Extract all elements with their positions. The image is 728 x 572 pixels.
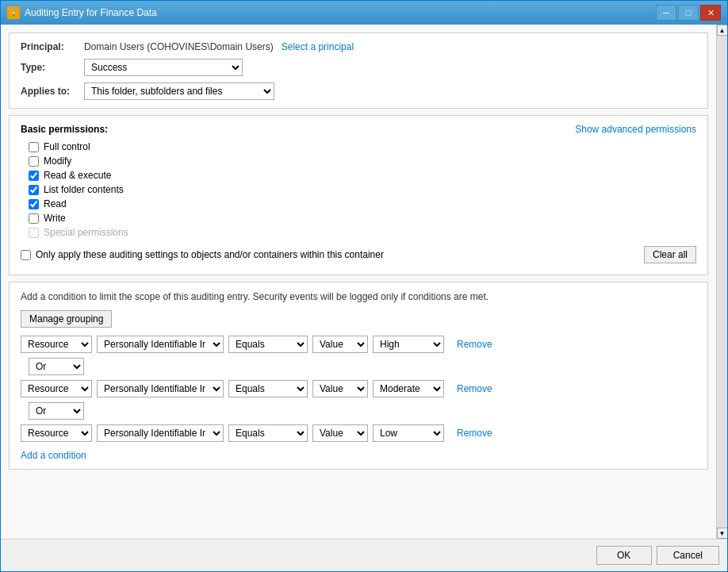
condition-3-equals-select[interactable]: Equals Not Equals (228, 424, 308, 442)
condition-1-resource-select[interactable]: Resource User Computer (21, 336, 92, 353)
applies-to-select[interactable]: This folder, subfolders and files This f… (84, 83, 274, 100)
permissions-header: Basic permissions: Show advanced permiss… (21, 124, 696, 135)
perm-full-control-checkbox[interactable] (29, 142, 39, 152)
condition-row-3: Resource User Personally Identifiable Ir… (21, 424, 696, 442)
scroll-down-arrow[interactable]: ▼ (717, 528, 728, 539)
or-connector-2-select[interactable]: Or And (29, 402, 84, 420)
principal-value: Domain Users (COHOVINES\Domain Users) (84, 41, 274, 52)
principal-row: Principal: Domain Users (COHOVINES\Domai… (21, 41, 696, 52)
perm-read-execute-label: Read & execute (44, 170, 111, 181)
condition-2-equals-select[interactable]: Equals Not Equals (228, 380, 308, 397)
ok-button[interactable]: OK (596, 546, 652, 565)
type-label: Type: (21, 62, 84, 73)
perm-full-control-label: Full control (44, 141, 90, 152)
or-connector-2: Or And (29, 402, 696, 420)
condition-row-2: Resource User Personally Identifiable Ir… (21, 380, 696, 397)
condition-1-value-select[interactable]: Value (312, 336, 368, 353)
condition-2-pii-select[interactable]: Personally Identifiable Ir Other (97, 380, 224, 397)
perm-special-checkbox (29, 228, 39, 238)
perm-modify-checkbox[interactable] (29, 156, 39, 167)
conditions-section: Add a condition to limit the scope of th… (9, 282, 708, 470)
minimize-button[interactable]: ─ (656, 5, 676, 21)
perm-write-checkbox[interactable] (29, 213, 39, 224)
perm-read-execute: Read & execute (29, 170, 696, 181)
scrollbar-right: ▲ ▼ (716, 25, 727, 539)
cancel-button[interactable]: Cancel (657, 546, 719, 565)
type-select[interactable]: Success Fail All (84, 59, 243, 76)
show-advanced-link[interactable]: Show advanced permissions (575, 124, 696, 135)
applies-to-label: Applies to: (21, 86, 84, 97)
title-bar: 🔒 Auditing Entry for Finance Data ─ □ ✕ (1, 1, 727, 25)
perm-list-folder-checkbox[interactable] (29, 185, 39, 195)
clear-all-button[interactable]: Clear all (644, 246, 696, 263)
perm-read-checkbox[interactable] (29, 199, 39, 209)
perm-special: Special permissions (29, 227, 696, 238)
permissions-title: Basic permissions: (21, 124, 108, 135)
manage-grouping-button[interactable]: Manage grouping (21, 310, 112, 328)
title-controls: ─ □ ✕ (656, 5, 721, 21)
window-title: Auditing Entry for Finance Data (25, 7, 157, 18)
perm-modify: Modify (29, 155, 696, 167)
main-window: 🔒 Auditing Entry for Finance Data ─ □ ✕ … (0, 0, 728, 572)
condition-3-remove-link[interactable]: Remove (457, 428, 492, 439)
condition-row-1: Resource User Computer Personally Identi… (21, 336, 696, 353)
or-connector-1: Or And (29, 358, 696, 375)
condition-1-pii-select[interactable]: Personally Identifiable Ir Other (97, 336, 224, 353)
restore-button[interactable]: □ (678, 5, 699, 21)
perm-read-label: Read (44, 198, 67, 209)
perm-list-folder: List folder contents (29, 184, 696, 195)
add-condition-link[interactable]: Add a condition (21, 450, 86, 461)
scroll-track (717, 36, 727, 528)
window-icon: 🔒 (7, 6, 20, 19)
condition-2-remove-link[interactable]: Remove (457, 383, 492, 394)
perm-write: Write (29, 213, 696, 224)
perm-read: Read (29, 198, 696, 209)
only-apply-left: Only apply these auditing settings to ob… (21, 249, 384, 260)
select-principal-link[interactable]: Select a principal (282, 41, 354, 52)
condition-1-level-select[interactable]: High Low Moderate (373, 336, 444, 353)
only-apply-checkbox[interactable] (21, 250, 31, 260)
principal-label: Principal: (21, 41, 84, 52)
title-bar-left: 🔒 Auditing Entry for Finance Data (7, 6, 157, 19)
only-apply-label: Only apply these auditing settings to ob… (36, 249, 384, 260)
type-row: Type: Success Fail All (21, 59, 696, 76)
condition-2-value-select[interactable]: Value (312, 380, 368, 397)
conditions-description: Add a condition to limit the scope of th… (21, 290, 696, 304)
condition-2-level-select[interactable]: Moderate High Low (373, 380, 444, 397)
or-connector-1-select[interactable]: Or And (29, 358, 84, 375)
perm-modify-label: Modify (44, 155, 71, 167)
perm-read-execute-checkbox[interactable] (29, 171, 39, 181)
only-apply-row: Only apply these auditing settings to ob… (21, 241, 696, 267)
condition-2-resource-select[interactable]: Resource User (21, 380, 92, 397)
condition-3-pii-select[interactable]: Personally Identifiable Ir Other (97, 424, 224, 442)
condition-1-remove-link[interactable]: Remove (457, 339, 492, 350)
condition-1-equals-select[interactable]: Equals Not Equals (228, 336, 308, 353)
perm-list-folder-label: List folder contents (44, 184, 124, 195)
perm-full-control: Full control (29, 141, 696, 152)
condition-3-level-select[interactable]: Low High Moderate (373, 424, 444, 442)
scroll-up-arrow[interactable]: ▲ (717, 25, 728, 36)
applies-to-row: Applies to: This folder, subfolders and … (21, 83, 696, 100)
perm-write-label: Write (44, 213, 66, 224)
perm-special-label: Special permissions (44, 227, 128, 238)
condition-3-resource-select[interactable]: Resource User (21, 424, 92, 442)
top-section: Principal: Domain Users (COHOVINES\Domai… (9, 33, 708, 109)
close-button[interactable]: ✕ (700, 5, 721, 21)
bottom-bar: OK Cancel (1, 539, 727, 571)
condition-3-value-select[interactable]: Value (312, 424, 368, 442)
permissions-section: Basic permissions: Show advanced permiss… (9, 115, 708, 275)
